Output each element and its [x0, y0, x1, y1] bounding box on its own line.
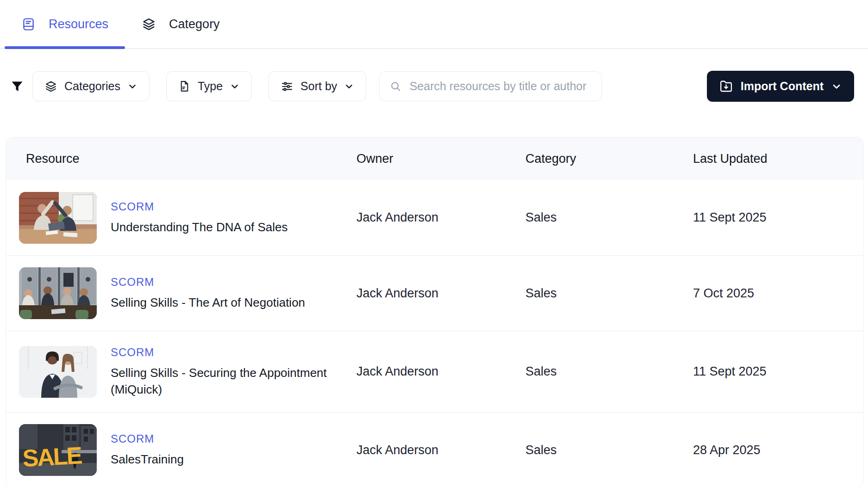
resource-thumbnail: [19, 267, 97, 319]
table-row[interactable]: SCORM Understanding The DNA of Sales Jac…: [6, 180, 863, 255]
last-updated-cell: 11 Sept 2025: [693, 364, 863, 379]
tab-bar: Resources Category: [0, 0, 868, 49]
thumbnail-sale-text: SALE: [22, 442, 82, 472]
last-updated-cell: 7 Oct 2025: [693, 286, 863, 301]
table-row[interactable]: SALE SCORM SalesTraining Jack Anderson S…: [6, 412, 863, 487]
column-header-category: Category: [525, 152, 693, 166]
sort-by-dropdown-label: Sort by: [300, 80, 337, 93]
filter-funnel-icon[interactable]: [10, 80, 24, 93]
last-updated-cell: 28 Apr 2025: [693, 443, 863, 457]
resource-thumbnail: [19, 346, 97, 398]
last-updated-cell: 11 Sept 2025: [693, 210, 863, 225]
resource-title: Understanding The DNA of Sales: [111, 219, 288, 235]
resource-type-badge: SCORM: [111, 200, 288, 213]
chevron-down-icon: [127, 81, 137, 92]
active-tab-indicator: [5, 46, 125, 49]
category-cell: Sales: [525, 286, 693, 301]
resource-type-badge: SCORM: [111, 432, 184, 445]
owner-cell: Jack Anderson: [356, 443, 525, 457]
folder-download-icon: [719, 79, 733, 93]
categories-dropdown-label: Categories: [64, 80, 120, 93]
column-header-resource: Resource: [6, 152, 356, 166]
table-row[interactable]: SCORM Selling Skills - Securing the Appo…: [6, 331, 863, 412]
search-icon: [390, 80, 401, 93]
tab-label: Category: [169, 17, 220, 31]
chevron-down-icon: [230, 81, 240, 92]
import-content-button[interactable]: Import Content: [707, 71, 854, 102]
type-dropdown[interactable]: Type: [166, 71, 252, 101]
resource-type-badge: SCORM: [111, 346, 347, 359]
column-header-last-updated: Last Updated: [693, 152, 863, 166]
search-box: [379, 71, 602, 101]
table-header-row: Resource Owner Category Last Updated: [6, 137, 863, 180]
filter-toolbar: Categories Type Sort by: [0, 71, 868, 102]
owner-cell: Jack Anderson: [356, 210, 525, 225]
resource-title: Selling Skills - Securing the Appointmen…: [111, 364, 347, 398]
category-cell: Sales: [525, 364, 693, 379]
category-cell: Sales: [525, 443, 693, 457]
layers-icon: [44, 80, 57, 93]
resource-title: SalesTraining: [111, 451, 184, 468]
categories-dropdown[interactable]: Categories: [32, 71, 150, 101]
tab-category[interactable]: Category: [125, 0, 237, 48]
layers-icon: [142, 17, 156, 31]
import-content-label: Import Content: [741, 80, 824, 93]
journal-icon: [21, 17, 36, 31]
search-input[interactable]: [409, 79, 592, 93]
column-header-owner: Owner: [356, 152, 525, 166]
resource-title: Selling Skills - The Art of Negotiation: [111, 294, 305, 311]
tab-resources[interactable]: Resources: [5, 0, 125, 48]
chevron-down-icon: [831, 81, 842, 92]
sliders-icon: [281, 80, 293, 93]
owner-cell: Jack Anderson: [356, 286, 525, 301]
category-cell: Sales: [525, 210, 693, 225]
resource-type-badge: SCORM: [111, 276, 305, 289]
file-icon: [178, 80, 191, 92]
tab-label: Resources: [49, 17, 108, 31]
resources-table: Resource Owner Category Last Updated: [6, 137, 864, 487]
table-row[interactable]: SCORM Selling Skills - The Art of Negoti…: [6, 255, 863, 331]
chevron-down-icon: [344, 81, 354, 92]
sort-by-dropdown[interactable]: Sort by: [269, 71, 366, 101]
type-dropdown-label: Type: [198, 80, 223, 93]
resource-thumbnail: [19, 192, 97, 244]
owner-cell: Jack Anderson: [356, 364, 525, 379]
resource-thumbnail: SALE: [19, 424, 97, 476]
